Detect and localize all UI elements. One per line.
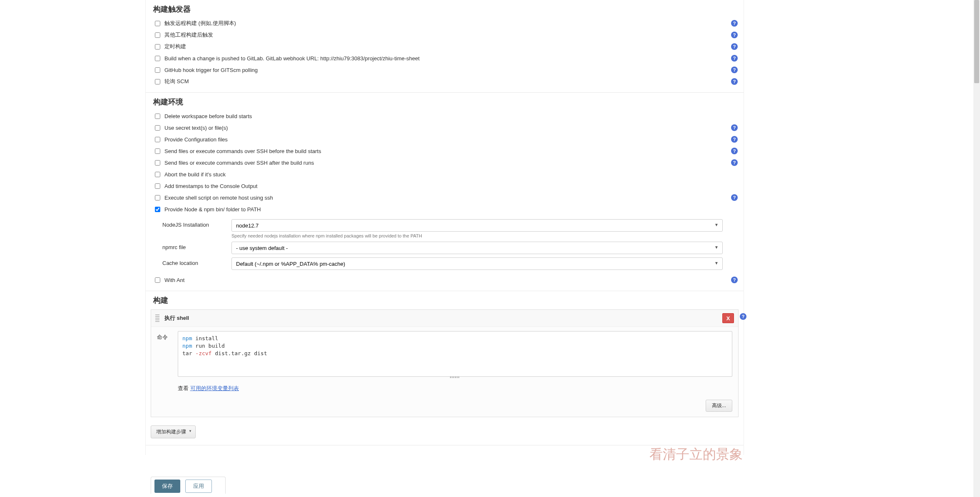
env-row: Provide Node & npm bin/ folder to PATH — [146, 203, 744, 215]
env-label: Abort the build if it's stuck — [164, 171, 740, 178]
help-icon[interactable]: ? — [731, 124, 738, 131]
apply-button[interactable]: 应用 — [185, 480, 212, 493]
help-icon[interactable]: ? — [740, 313, 746, 320]
nodejs-settings: NodeJS Installation node12.7 Specify nee… — [161, 215, 744, 274]
trigger-row: 定时构建? — [146, 41, 744, 52]
help-icon[interactable]: ? — [731, 78, 738, 85]
env-label: Use secret text(s) or file(s) — [164, 125, 731, 131]
nodejs-install-hint: Specify needed nodejs installation where… — [231, 233, 723, 238]
section-build-triggers: 构建触发器 触发远程构建 (例如,使用脚本)?其他工程构建后触发?定时构建?Bu… — [146, 0, 744, 93]
add-build-step-dropdown[interactable]: 增加构建步骤 — [151, 425, 196, 438]
env-vars-link[interactable]: 可用的环境变量列表 — [190, 385, 239, 391]
env-row: Send files or execute commands over SSH … — [146, 145, 744, 157]
command-label: 命令 — [157, 331, 178, 341]
trigger-checkbox[interactable] — [155, 21, 160, 26]
section-title-env: 构建环境 — [153, 97, 744, 107]
trigger-row: Build when a change is pushed to GitLab.… — [146, 52, 744, 64]
trigger-checkbox[interactable] — [155, 56, 160, 61]
with-ant-checkbox[interactable] — [155, 277, 160, 283]
env-row: Add timestamps to the Console Output — [146, 180, 744, 192]
env-row: Delete workspace before build starts — [146, 110, 744, 122]
trigger-label: 定时构建 — [164, 43, 731, 50]
config-panel: 构建触发器 触发远程构建 (例如,使用脚本)?其他工程构建后触发?定时构建?Bu… — [145, 0, 744, 455]
drag-handle-icon[interactable] — [155, 314, 159, 322]
save-button[interactable]: 保存 — [154, 480, 180, 493]
trigger-row: GitHub hook trigger for GITScm polling? — [146, 64, 744, 76]
env-row: Send files or execute commands over SSH … — [146, 157, 744, 168]
npmrc-label: npmrc file — [161, 242, 231, 250]
shell-command-textarea[interactable]: npm install npm run build tar -zcvf dist… — [178, 331, 732, 377]
help-icon[interactable]: ? — [731, 32, 738, 38]
trigger-row: 其他工程构建后触发? — [146, 29, 744, 41]
trigger-checkbox[interactable] — [155, 32, 160, 38]
trigger-checkbox[interactable] — [155, 79, 160, 84]
help-icon[interactable]: ? — [731, 148, 738, 154]
trigger-label: Build when a change is pushed to GitLab.… — [164, 55, 731, 62]
with-ant-label: With Ant — [164, 277, 731, 283]
scrollbar-thumb[interactable] — [974, 0, 979, 83]
help-icon[interactable]: ? — [731, 277, 738, 283]
help-icon[interactable]: ? — [731, 20, 738, 27]
env-checkbox[interactable] — [155, 114, 160, 119]
advanced-button[interactable]: 高级... — [706, 400, 732, 412]
help-icon[interactable]: ? — [731, 67, 738, 73]
env-row: Provide Configuration files? — [146, 134, 744, 145]
trigger-label: 其他工程构建后触发 — [164, 31, 731, 39]
look-label: 查看 — [178, 385, 190, 391]
footer-actions: 保存 应用 — [151, 477, 226, 494]
env-label: Execute shell script on remote host usin… — [164, 195, 731, 201]
env-checkbox[interactable] — [155, 207, 160, 212]
env-checkbox[interactable] — [155, 172, 160, 177]
env-row: Abort the build if it's stuck — [146, 168, 744, 180]
env-label: Send files or execute commands over SSH … — [164, 160, 731, 166]
with-ant-row: With Ant ? — [146, 274, 744, 286]
env-checkbox[interactable] — [155, 137, 160, 142]
trigger-label: GitHub hook trigger for GITScm polling — [164, 67, 731, 73]
build-step-title: 执行 shell — [164, 314, 722, 322]
textarea-resize-handle[interactable] — [178, 376, 732, 379]
env-label: Add timestamps to the Console Output — [164, 183, 740, 189]
env-checkbox[interactable] — [155, 195, 160, 200]
cache-label: Cache location — [161, 257, 231, 266]
help-icon[interactable]: ? — [731, 159, 738, 166]
build-step-shell: 执行 shell X ? 命令 npm install npm run buil… — [151, 309, 739, 417]
help-icon[interactable]: ? — [731, 55, 738, 62]
trigger-checkbox[interactable] — [155, 44, 160, 49]
nodejs-install-select[interactable]: node12.7 — [231, 219, 723, 232]
env-checkbox[interactable] — [155, 183, 160, 189]
env-checkbox[interactable] — [155, 125, 160, 131]
env-label: Send files or execute commands over SSH … — [164, 148, 731, 154]
trigger-checkbox[interactable] — [155, 67, 160, 73]
env-label: Provide Node & npm bin/ folder to PATH — [164, 206, 740, 213]
npmrc-select[interactable]: - use system default - — [231, 242, 723, 254]
trigger-label: 触发远程构建 (例如,使用脚本) — [164, 20, 731, 27]
section-title-build: 构建 — [153, 295, 744, 305]
scrollbar-track[interactable] — [973, 0, 980, 497]
nodejs-install-label: NodeJS Installation — [161, 219, 231, 228]
help-icon[interactable]: ? — [731, 136, 738, 143]
env-row: Use secret text(s) or file(s)? — [146, 122, 744, 134]
trigger-row: 触发远程构建 (例如,使用脚本)? — [146, 17, 744, 29]
help-icon[interactable]: ? — [731, 194, 738, 201]
section-title-triggers: 构建触发器 — [153, 4, 744, 14]
env-label: Delete workspace before build starts — [164, 113, 740, 119]
section-build-environment: 构建环境 Delete workspace before build start… — [146, 93, 744, 291]
section-build: 构建 执行 shell X ? 命令 npm install npm run b… — [146, 291, 744, 455]
env-checkbox[interactable] — [155, 160, 160, 166]
env-row: Execute shell script on remote host usin… — [146, 192, 744, 203]
trigger-row: 轮询 SCM? — [146, 76, 744, 87]
cache-select[interactable]: Default (~/.npm or %APP_DATA% pm-cache) — [231, 257, 723, 270]
remove-step-button[interactable]: X — [722, 313, 734, 323]
help-icon[interactable]: ? — [731, 43, 738, 50]
trigger-label: 轮询 SCM — [164, 78, 731, 85]
env-checkbox[interactable] — [155, 148, 160, 154]
env-label: Provide Configuration files — [164, 136, 731, 143]
